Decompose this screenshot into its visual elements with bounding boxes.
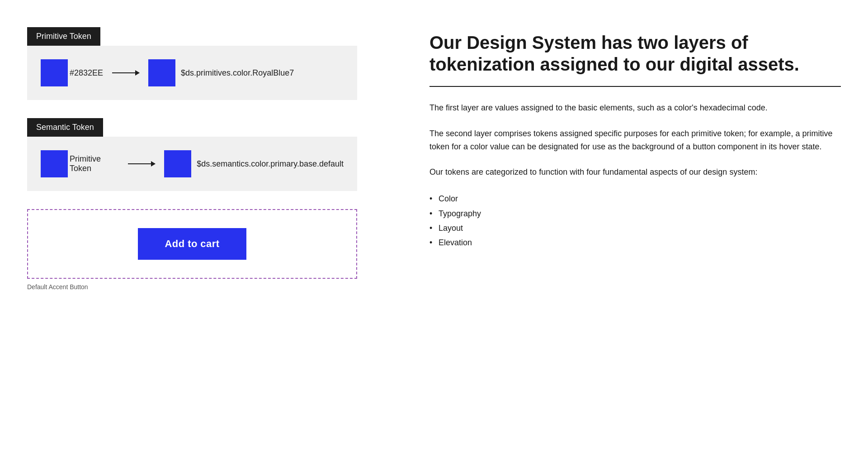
right-panel: Our Design System has two layers of toke… (402, 27, 841, 426)
primitive-color-swatch (41, 59, 68, 86)
semantic-arrow-line (128, 163, 155, 164)
primitive-token-label: Primitive Token (36, 32, 91, 41)
semantic-token-label: Semantic Token (36, 123, 94, 132)
semantic-token-row: Primitive Token $ds.semantics.color.prim… (41, 150, 344, 177)
list-item: Typography (429, 206, 841, 221)
primitive-token-label-bar: Primitive Token (27, 27, 100, 46)
add-to-cart-button[interactable]: Add to cart (138, 228, 247, 260)
button-demo-section: Add to cart Default Accent Button (27, 209, 357, 291)
primitive-result-swatch (148, 59, 175, 86)
primitive-hex-label: #2832EE (70, 68, 103, 78)
primitive-arrow (112, 72, 139, 73)
semantic-arrow (128, 163, 155, 164)
primitive-token-section: Primitive Token #2832EE $ds.primitives.c… (27, 27, 357, 100)
heading-divider (429, 86, 841, 87)
primitive-token-row: #2832EE $ds.primitives.color.RoyalBlue7 (41, 59, 294, 86)
left-panel: Primitive Token #2832EE $ds.primitives.c… (27, 27, 357, 426)
semantic-token-section: Semantic Token Primitive Token $ds.seman… (27, 118, 357, 191)
semantic-token-name: $ds.semantics.color.primary.base.default (197, 159, 344, 169)
semantic-token-label-bar: Semantic Token (27, 118, 103, 137)
list-item: Layout (429, 221, 841, 235)
paragraph-second-layer: The second layer comprises tokens assign… (429, 127, 841, 153)
list-item: Color (429, 191, 841, 206)
categories-list: Color Typography Layout Elevation (429, 191, 841, 250)
button-demo-container: Add to cart (27, 209, 357, 279)
paragraph-first-layer: The first layer are values assigned to t… (429, 101, 841, 114)
semantic-token-card: Primitive Token $ds.semantics.color.prim… (27, 137, 357, 191)
button-caption: Default Accent Button (27, 283, 357, 291)
main-container: Primitive Token #2832EE $ds.primitives.c… (0, 0, 868, 453)
semantic-arrow-icon (128, 163, 155, 164)
semantic-result-swatch (164, 150, 191, 177)
arrow-icon (112, 72, 139, 73)
page-heading: Our Design System has two layers of toke… (429, 32, 841, 75)
paragraph-categories-intro: Our tokens are categorized to function w… (429, 166, 841, 179)
primitive-token-card: #2832EE $ds.primitives.color.RoyalBlue7 (27, 46, 357, 100)
primitive-token-name: $ds.primitives.color.RoyalBlue7 (181, 68, 294, 78)
semantic-source-label: Primitive Token (70, 154, 119, 173)
arrow-line (112, 72, 139, 73)
list-item: Elevation (429, 235, 841, 250)
semantic-source-swatch (41, 150, 68, 177)
